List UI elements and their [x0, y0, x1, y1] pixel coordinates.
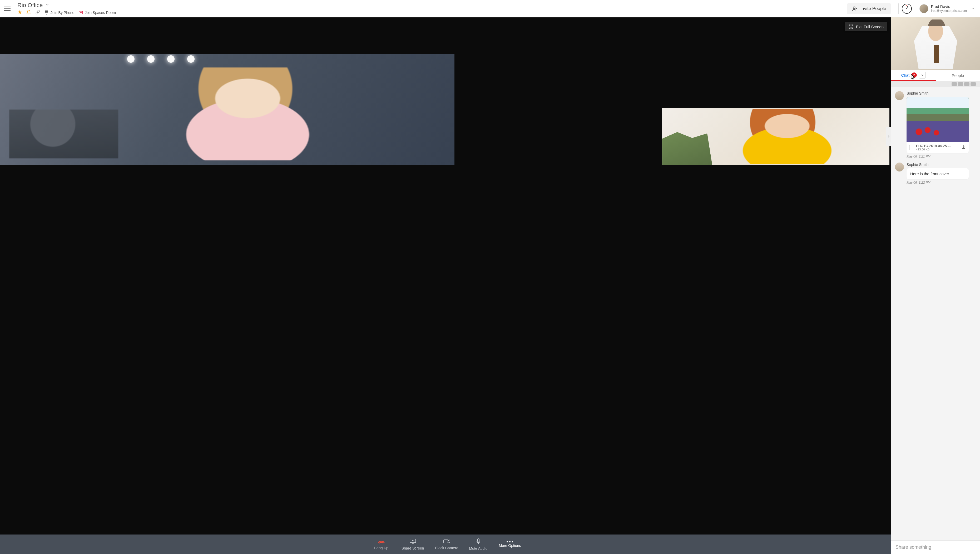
- tab-people[interactable]: People: [936, 70, 980, 81]
- star-icon[interactable]: [18, 10, 22, 16]
- side-panel: Chat 2 People: [891, 18, 980, 554]
- meeting-timer-button[interactable]: [902, 4, 912, 14]
- join-spaces-room-button[interactable]: Join Spaces Room: [78, 10, 116, 15]
- timer-indicator-dot: [906, 5, 907, 6]
- svg-rect-5: [46, 12, 47, 13]
- video-decor: [717, 113, 858, 164]
- app-header: Rio Office Join By Phone Join Spaces Roo…: [0, 0, 980, 18]
- participant-thumb-strip: [891, 81, 980, 87]
- svg-rect-2: [46, 11, 47, 11]
- chat-compose-input[interactable]: [896, 544, 976, 550]
- tab-people-label: People: [951, 73, 964, 78]
- download-icon: [961, 144, 966, 149]
- dial-icon: [44, 10, 49, 15]
- user-name: Fred Davis: [931, 4, 967, 9]
- attachment-filesize: 423.66 KB: [916, 148, 951, 151]
- participant-thumb[interactable]: [970, 82, 976, 86]
- self-video-preview[interactable]: [891, 18, 980, 70]
- bell-icon[interactable]: [26, 10, 31, 16]
- chat-message: Sophie Smith PHOTO-2019-04-25-... 423.66…: [891, 89, 980, 153]
- topic-selector[interactable]: Rio Office: [18, 2, 116, 9]
- chat-message: Sophie Smith Here is the front cover: [891, 161, 980, 180]
- file-icon: [909, 145, 914, 150]
- more-options-button[interactable]: More Options: [494, 541, 526, 548]
- attachment-filename: PHOTO-2019-04-25-...: [916, 144, 951, 148]
- attachment-image-preview[interactable]: [907, 97, 969, 142]
- hamburger-menu[interactable]: [2, 3, 13, 14]
- user-avatar: [920, 4, 928, 13]
- download-button[interactable]: [961, 144, 966, 150]
- current-user-menu[interactable]: Fred Davis fred@xyzenterprises.com: [920, 4, 978, 13]
- svg-rect-20: [477, 539, 479, 542]
- chevron-down-icon: [971, 6, 975, 11]
- hang-up-button[interactable]: Hang Up: [366, 539, 397, 550]
- svg-rect-18: [444, 540, 448, 543]
- tab-chat-label: Chat: [901, 73, 910, 77]
- chevron-down-icon: [921, 73, 924, 77]
- share-screen-label: Share Screen: [401, 546, 424, 550]
- join-by-phone-button[interactable]: Join By Phone: [44, 10, 74, 15]
- invite-people-button[interactable]: Invite People: [847, 3, 891, 14]
- invite-user-icon: [852, 6, 858, 11]
- sender-avatar[interactable]: [895, 91, 904, 100]
- participant-thumb[interactable]: [964, 82, 969, 86]
- video-decor: [145, 74, 350, 161]
- hang-up-icon: [377, 539, 385, 545]
- block-camera-label: Block Camera: [435, 546, 458, 550]
- video-stage: [0, 18, 891, 535]
- chat-message-list[interactable]: Sophie Smith PHOTO-2019-04-25-... 423.66…: [891, 87, 980, 540]
- topic-title: Rio Office: [18, 2, 43, 9]
- more-icon: [507, 541, 513, 543]
- invite-people-label: Invite People: [860, 6, 886, 11]
- tab-chat-dropdown[interactable]: [919, 72, 926, 78]
- header-divider: [915, 3, 915, 14]
- chat-attachment[interactable]: PHOTO-2019-04-25-... 423.66 KB: [907, 97, 969, 153]
- chat-compose-bar: [891, 540, 980, 554]
- chevron-right-icon: [887, 135, 890, 138]
- block-camera-button[interactable]: Block Camera: [431, 539, 463, 550]
- main-area: Exit Full Screen Han: [0, 18, 980, 554]
- tab-chat[interactable]: Chat 2: [891, 70, 936, 81]
- video-decor: [662, 132, 712, 165]
- message-timestamp: May 06, 3:22 PM: [891, 180, 980, 187]
- main-participant-video[interactable]: [0, 54, 455, 165]
- svg-point-8: [853, 6, 855, 8]
- hang-up-label: Hang Up: [374, 546, 388, 550]
- mic-icon: [476, 538, 481, 545]
- mute-audio-label: Mute Audio: [469, 546, 487, 551]
- message-text: Here is the front cover: [907, 168, 969, 179]
- participant-thumb[interactable]: [958, 82, 963, 86]
- svg-marker-0: [18, 10, 22, 14]
- user-email: fred@xyzenterprises.com: [931, 9, 967, 13]
- join-by-phone-label: Join By Phone: [51, 11, 74, 15]
- svg-rect-6: [47, 12, 48, 13]
- header-divider: [898, 3, 899, 14]
- sender-name: Sophie Smith: [907, 163, 976, 167]
- spaces-icon: [78, 10, 83, 15]
- svg-rect-15: [410, 539, 416, 543]
- more-options-label: More Options: [499, 543, 521, 548]
- user-text: Fred Davis fred@xyzenterprises.com: [931, 4, 967, 13]
- topic-block: Rio Office Join By Phone Join Spaces Roo…: [18, 2, 116, 16]
- chat-unread-badge: 2: [912, 72, 917, 78]
- share-screen-button[interactable]: Share Screen: [397, 538, 429, 550]
- mute-audio-button[interactable]: Mute Audio: [463, 538, 494, 551]
- topic-action-row: Join By Phone Join Spaces Room: [18, 10, 116, 16]
- link-icon[interactable]: [35, 10, 40, 16]
- video-decor: [127, 55, 194, 63]
- next-video-button[interactable]: [886, 127, 891, 146]
- join-spaces-room-label: Join Spaces Room: [85, 11, 116, 15]
- chevron-down-icon: [45, 2, 49, 8]
- side-tabs: Chat 2 People: [891, 70, 980, 81]
- attachment-meta: PHOTO-2019-04-25-... 423.66 KB: [907, 142, 969, 153]
- call-controls-bar: Hang Up Share Screen Block Camera Mute A: [0, 535, 891, 554]
- svg-rect-1: [45, 11, 46, 11]
- share-screen-icon: [409, 538, 416, 545]
- message-timestamp: May 06, 3:21 PM: [891, 153, 980, 161]
- sender-name: Sophie Smith: [907, 91, 976, 95]
- sender-avatar[interactable]: [895, 163, 904, 171]
- svg-rect-4: [45, 12, 46, 13]
- participant-thumb[interactable]: [951, 82, 957, 86]
- svg-marker-19: [448, 540, 450, 543]
- secondary-participant-video[interactable]: [662, 108, 889, 165]
